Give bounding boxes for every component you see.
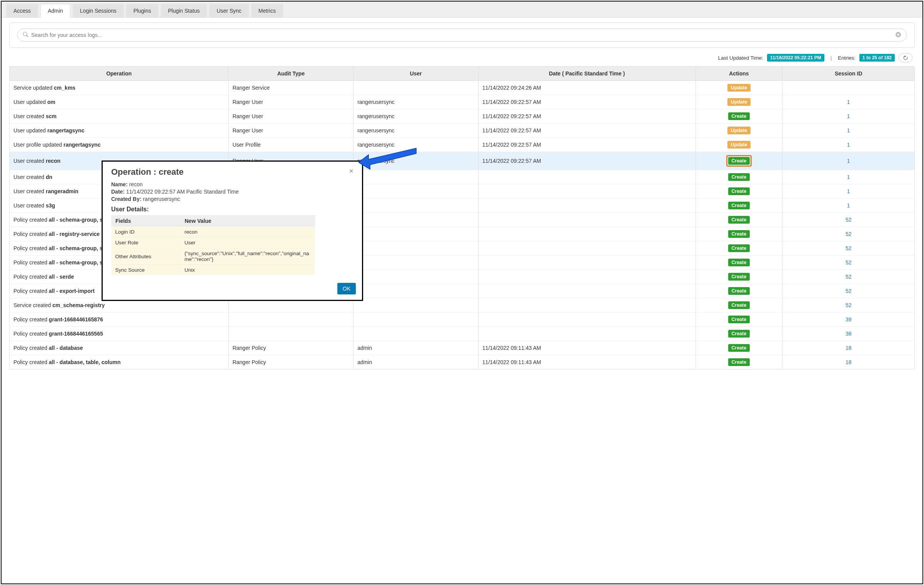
action-badge[interactable]: Create (728, 157, 750, 165)
cell-audit-type: Ranger User (228, 109, 354, 124)
th-date[interactable]: Date ( Pacific Standard Time ) (478, 67, 696, 81)
table-row[interactable]: Policy created all - database, table, co… (10, 355, 915, 369)
cell-actions: Create (696, 170, 782, 184)
tab-plugin-status[interactable]: Plugin Status (161, 4, 207, 17)
cell-operation: Service updated cm_kms (10, 81, 228, 95)
session-link[interactable]: 1 (847, 113, 850, 119)
close-icon[interactable]: × (349, 167, 354, 175)
action-badge[interactable]: Create (728, 202, 750, 209)
detail-row: Other Attributes{"sync_source":"Unix","f… (112, 248, 315, 265)
action-badge[interactable]: Create (728, 287, 750, 295)
action-badge[interactable]: Create (728, 344, 750, 352)
session-link[interactable]: 1 (847, 174, 850, 180)
table-row[interactable]: User updated omRanger Userrangerusersync… (10, 95, 915, 109)
ok-button[interactable]: OK (337, 283, 356, 294)
tab-plugins[interactable]: Plugins (126, 4, 158, 17)
cell-date (478, 298, 696, 313)
cell-session (782, 81, 915, 95)
clear-icon[interactable] (896, 32, 901, 38)
session-link[interactable]: 52 (846, 245, 852, 251)
tab-user-sync[interactable]: User Sync (209, 4, 249, 17)
modal-section-title: User Details: (111, 206, 354, 213)
action-badge[interactable]: Create (728, 173, 750, 181)
cell-user (354, 284, 479, 298)
tab-login-sessions[interactable]: Login Sessions (73, 4, 124, 17)
search-box[interactable] (17, 28, 907, 42)
th-session[interactable]: Session ID (782, 67, 915, 81)
session-link[interactable]: 52 (846, 259, 852, 266)
cell-user (354, 81, 479, 95)
session-link[interactable]: 52 (846, 302, 852, 308)
cell-date (478, 284, 696, 298)
cell-user (354, 199, 479, 213)
tab-access[interactable]: Access (6, 4, 38, 17)
modal-header: Operation : create × (103, 162, 362, 178)
session-link[interactable]: 52 (846, 217, 852, 223)
action-badge[interactable]: Create (728, 301, 750, 309)
cell-user (354, 213, 479, 227)
action-badge[interactable]: Create (728, 230, 750, 238)
cell-actions: Create (696, 109, 782, 124)
table-row[interactable]: Policy created grant-1668446165565Create… (10, 327, 915, 341)
session-link[interactable]: 1 (847, 127, 850, 134)
table-row[interactable]: User created scmRanger Userrangerusersyn… (10, 109, 915, 124)
session-link[interactable]: 1 (847, 188, 850, 194)
action-badge[interactable]: Create (728, 358, 750, 366)
cell-session: 1 (782, 138, 915, 152)
detail-row: Sync SourceUnix (112, 265, 315, 276)
refresh-button[interactable] (899, 53, 912, 62)
session-link[interactable]: 39 (846, 316, 852, 323)
action-badge[interactable]: Create (728, 316, 750, 323)
action-badge[interactable]: Update (727, 84, 751, 92)
action-badge[interactable]: Create (728, 112, 750, 120)
session-link[interactable]: 1 (847, 142, 850, 148)
action-badge[interactable]: Create (728, 244, 750, 252)
cell-audit-type: User Profile (228, 138, 354, 152)
cell-operation: Policy created all - database, table, co… (10, 355, 228, 369)
table-row[interactable]: Service updated cm_kmsRanger Service11/1… (10, 81, 915, 95)
action-badge[interactable]: Update (727, 141, 751, 149)
cell-actions: Create (696, 341, 782, 355)
action-badge[interactable]: Create (728, 259, 750, 266)
table-row[interactable]: User profile updated rangertagsyncUser P… (10, 138, 915, 152)
action-badge[interactable]: Update (727, 127, 751, 134)
cell-user: admin (354, 341, 479, 355)
session-link[interactable]: 52 (846, 288, 852, 294)
session-link[interactable]: 1 (847, 202, 850, 209)
session-link[interactable]: 38 (846, 331, 852, 337)
cell-session: 52 (782, 284, 915, 298)
cell-date (478, 241, 696, 256)
action-badge[interactable]: Create (728, 216, 750, 224)
th-operation[interactable]: Operation (10, 67, 228, 81)
modal-createdby: rangerusersync (143, 196, 180, 202)
cell-user (354, 298, 479, 313)
operation-modal: Operation : create × Name: recon Date: 1… (102, 160, 363, 301)
search-input[interactable] (30, 32, 896, 38)
th-user[interactable]: User (354, 67, 479, 81)
session-link[interactable]: 52 (846, 274, 852, 280)
session-link[interactable]: 18 (846, 345, 852, 351)
entries-label: Entries: (838, 55, 856, 61)
th-actions[interactable]: Actions (696, 67, 782, 81)
action-badge[interactable]: Create (728, 330, 750, 338)
session-link[interactable]: 52 (846, 231, 852, 237)
action-badge[interactable]: Create (728, 187, 750, 195)
cell-actions: Create (696, 213, 782, 227)
th-audit-type[interactable]: Audit Type (228, 67, 354, 81)
action-badge[interactable]: Update (727, 98, 751, 106)
detail-value: recon (181, 227, 315, 237)
table-row[interactable]: User updated rangertagsyncRanger Userran… (10, 124, 915, 138)
session-link[interactable]: 18 (846, 359, 852, 365)
table-row[interactable]: Policy created grant-1668446165876Create… (10, 313, 915, 327)
tab-admin[interactable]: Admin (40, 4, 70, 18)
tab-metrics[interactable]: Metrics (251, 4, 283, 17)
modal-name: recon (129, 181, 143, 187)
action-badge[interactable]: Create (728, 273, 750, 281)
cell-operation: User updated om (10, 95, 228, 109)
modal-name-label: Name: (111, 181, 128, 187)
table-row[interactable]: Policy created all - databaseRanger Poli… (10, 341, 915, 355)
cell-date (478, 270, 696, 284)
session-link[interactable]: 1 (847, 99, 850, 105)
session-link[interactable]: 1 (847, 158, 850, 164)
cell-actions: Update (696, 138, 782, 152)
